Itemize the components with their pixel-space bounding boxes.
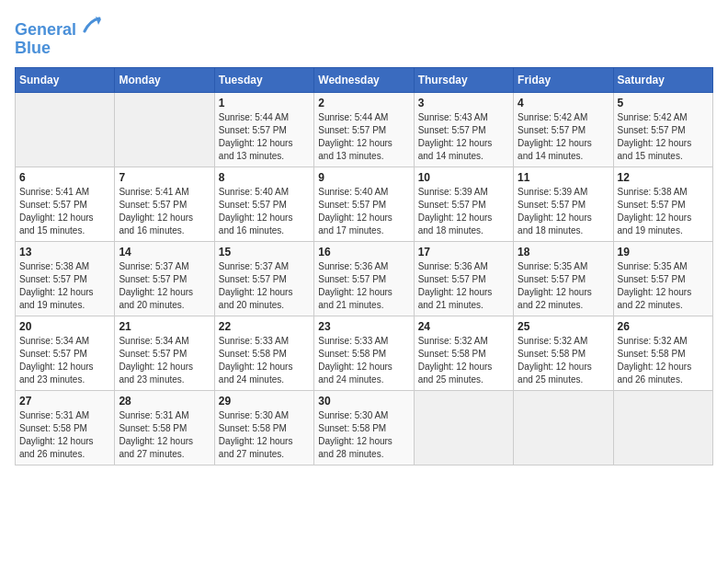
calendar-cell: 3Sunrise: 5:43 AM Sunset: 5:57 PM Daylig… [414, 92, 513, 167]
day-info: Sunrise: 5:36 AM Sunset: 5:57 PM Dayligh… [418, 260, 509, 312]
calendar-cell: 27Sunrise: 5:31 AM Sunset: 5:58 PM Dayli… [16, 390, 115, 465]
day-info: Sunrise: 5:30 AM Sunset: 5:58 PM Dayligh… [318, 409, 409, 461]
day-info: Sunrise: 5:43 AM Sunset: 5:57 PM Dayligh… [418, 111, 509, 163]
day-number: 12 [618, 171, 709, 184]
day-info: Sunrise: 5:37 AM Sunset: 5:57 PM Dayligh… [219, 260, 310, 312]
day-number: 21 [119, 320, 210, 333]
day-number: 16 [318, 246, 409, 259]
day-number: 1 [219, 97, 310, 109]
day-info: Sunrise: 5:34 AM Sunset: 5:57 PM Dayligh… [19, 335, 110, 386]
day-info: Sunrise: 5:35 AM Sunset: 5:57 PM Dayligh… [618, 260, 709, 312]
calendar-header: SundayMondayTuesdayWednesdayThursdayFrid… [16, 67, 713, 92]
day-number: 23 [318, 320, 409, 333]
day-number: 10 [418, 171, 509, 184]
calendar-cell: 4Sunrise: 5:42 AM Sunset: 5:57 PM Daylig… [514, 92, 613, 167]
calendar-cell: 1Sunrise: 5:44 AM Sunset: 5:57 PM Daylig… [214, 92, 313, 167]
calendar-cell: 29Sunrise: 5:30 AM Sunset: 5:58 PM Dayli… [214, 390, 313, 465]
logo-icon [83, 15, 103, 35]
day-info: Sunrise: 5:36 AM Sunset: 5:57 PM Dayligh… [318, 260, 409, 312]
week-row-5: 27Sunrise: 5:31 AM Sunset: 5:58 PM Dayli… [16, 390, 713, 465]
calendar-cell: 19Sunrise: 5:35 AM Sunset: 5:57 PM Dayli… [613, 241, 712, 316]
calendar-cell: 24Sunrise: 5:32 AM Sunset: 5:58 PM Dayli… [414, 316, 513, 390]
day-number: 29 [219, 395, 310, 408]
calendar-cell: 25Sunrise: 5:32 AM Sunset: 5:58 PM Dayli… [514, 316, 613, 390]
day-number: 2 [318, 97, 409, 109]
calendar-body: 1Sunrise: 5:44 AM Sunset: 5:57 PM Daylig… [16, 92, 713, 465]
day-info: Sunrise: 5:32 AM Sunset: 5:58 PM Dayligh… [418, 335, 509, 386]
calendar-cell: 30Sunrise: 5:30 AM Sunset: 5:58 PM Dayli… [314, 390, 414, 465]
calendar-cell: 21Sunrise: 5:34 AM Sunset: 5:57 PM Dayli… [115, 316, 214, 390]
weekday-saturday: Saturday [613, 67, 712, 92]
weekday-tuesday: Tuesday [214, 67, 313, 92]
day-info: Sunrise: 5:30 AM Sunset: 5:58 PM Dayligh… [219, 409, 310, 461]
day-number: 30 [318, 395, 409, 408]
day-info: Sunrise: 5:32 AM Sunset: 5:58 PM Dayligh… [518, 335, 609, 386]
calendar-cell: 20Sunrise: 5:34 AM Sunset: 5:57 PM Dayli… [16, 316, 115, 390]
calendar-cell: 5Sunrise: 5:42 AM Sunset: 5:57 PM Daylig… [613, 92, 712, 167]
weekday-sunday: Sunday [16, 67, 115, 92]
day-info: Sunrise: 5:39 AM Sunset: 5:57 PM Dayligh… [418, 186, 509, 237]
calendar-table: SundayMondayTuesdayWednesdayThursdayFrid… [15, 67, 713, 465]
calendar-cell: 23Sunrise: 5:33 AM Sunset: 5:58 PM Dayli… [314, 316, 414, 390]
calendar-cell: 28Sunrise: 5:31 AM Sunset: 5:58 PM Dayli… [115, 390, 214, 465]
weekday-thursday: Thursday [414, 67, 513, 92]
day-number: 28 [119, 395, 210, 408]
calendar-cell [414, 390, 513, 465]
calendar-cell: 14Sunrise: 5:37 AM Sunset: 5:57 PM Dayli… [115, 241, 214, 316]
calendar-cell: 7Sunrise: 5:41 AM Sunset: 5:57 PM Daylig… [115, 167, 214, 241]
day-info: Sunrise: 5:34 AM Sunset: 5:57 PM Dayligh… [119, 335, 210, 386]
day-number: 17 [418, 246, 509, 259]
day-number: 7 [119, 171, 210, 184]
logo: General Blue [15, 15, 103, 58]
calendar-cell: 9Sunrise: 5:40 AM Sunset: 5:57 PM Daylig… [314, 167, 414, 241]
day-info: Sunrise: 5:40 AM Sunset: 5:57 PM Dayligh… [318, 186, 409, 237]
day-number: 25 [518, 320, 609, 333]
day-info: Sunrise: 5:40 AM Sunset: 5:57 PM Dayligh… [219, 186, 310, 237]
calendar-cell: 6Sunrise: 5:41 AM Sunset: 5:57 PM Daylig… [16, 167, 115, 241]
week-row-1: 1Sunrise: 5:44 AM Sunset: 5:57 PM Daylig… [16, 92, 713, 167]
logo-general: General [15, 20, 76, 39]
day-info: Sunrise: 5:44 AM Sunset: 5:57 PM Dayligh… [318, 111, 409, 163]
day-number: 3 [418, 97, 509, 109]
calendar-cell: 11Sunrise: 5:39 AM Sunset: 5:57 PM Dayli… [514, 167, 613, 241]
day-info: Sunrise: 5:33 AM Sunset: 5:58 PM Dayligh… [219, 335, 310, 386]
week-row-4: 20Sunrise: 5:34 AM Sunset: 5:57 PM Dayli… [16, 316, 713, 390]
logo-text: General [15, 15, 103, 40]
day-info: Sunrise: 5:38 AM Sunset: 5:57 PM Dayligh… [618, 186, 709, 237]
weekday-friday: Friday [514, 67, 613, 92]
day-number: 27 [19, 395, 110, 408]
day-info: Sunrise: 5:42 AM Sunset: 5:57 PM Dayligh… [518, 111, 609, 163]
weekday-wednesday: Wednesday [314, 67, 414, 92]
day-number: 6 [19, 171, 110, 184]
calendar-cell [514, 390, 613, 465]
calendar-cell: 16Sunrise: 5:36 AM Sunset: 5:57 PM Dayli… [314, 241, 414, 316]
day-info: Sunrise: 5:39 AM Sunset: 5:57 PM Dayligh… [518, 186, 609, 237]
day-info: Sunrise: 5:41 AM Sunset: 5:57 PM Dayligh… [119, 186, 210, 237]
day-number: 9 [318, 171, 409, 184]
day-number: 20 [19, 320, 110, 333]
day-number: 15 [219, 246, 310, 259]
day-info: Sunrise: 5:33 AM Sunset: 5:58 PM Dayligh… [318, 335, 409, 386]
day-number: 24 [418, 320, 509, 333]
calendar-cell: 13Sunrise: 5:38 AM Sunset: 5:57 PM Dayli… [16, 241, 115, 316]
logo-blue: Blue [15, 40, 103, 58]
calendar-cell: 2Sunrise: 5:44 AM Sunset: 5:57 PM Daylig… [314, 92, 414, 167]
day-number: 22 [219, 320, 310, 333]
calendar-cell [16, 92, 115, 167]
day-number: 8 [219, 171, 310, 184]
day-info: Sunrise: 5:31 AM Sunset: 5:58 PM Dayligh… [119, 409, 210, 461]
day-info: Sunrise: 5:31 AM Sunset: 5:58 PM Dayligh… [19, 409, 110, 461]
day-number: 13 [19, 246, 110, 259]
day-number: 4 [518, 97, 609, 109]
day-info: Sunrise: 5:42 AM Sunset: 5:57 PM Dayligh… [618, 111, 709, 163]
day-info: Sunrise: 5:35 AM Sunset: 5:57 PM Dayligh… [518, 260, 609, 312]
week-row-3: 13Sunrise: 5:38 AM Sunset: 5:57 PM Dayli… [16, 241, 713, 316]
weekday-header-row: SundayMondayTuesdayWednesdayThursdayFrid… [16, 67, 713, 92]
calendar-cell: 15Sunrise: 5:37 AM Sunset: 5:57 PM Dayli… [214, 241, 313, 316]
day-info: Sunrise: 5:41 AM Sunset: 5:57 PM Dayligh… [19, 186, 110, 237]
calendar-cell [613, 390, 712, 465]
day-number: 14 [119, 246, 210, 259]
week-row-2: 6Sunrise: 5:41 AM Sunset: 5:57 PM Daylig… [16, 167, 713, 241]
calendar-cell: 8Sunrise: 5:40 AM Sunset: 5:57 PM Daylig… [214, 167, 313, 241]
weekday-monday: Monday [115, 67, 214, 92]
